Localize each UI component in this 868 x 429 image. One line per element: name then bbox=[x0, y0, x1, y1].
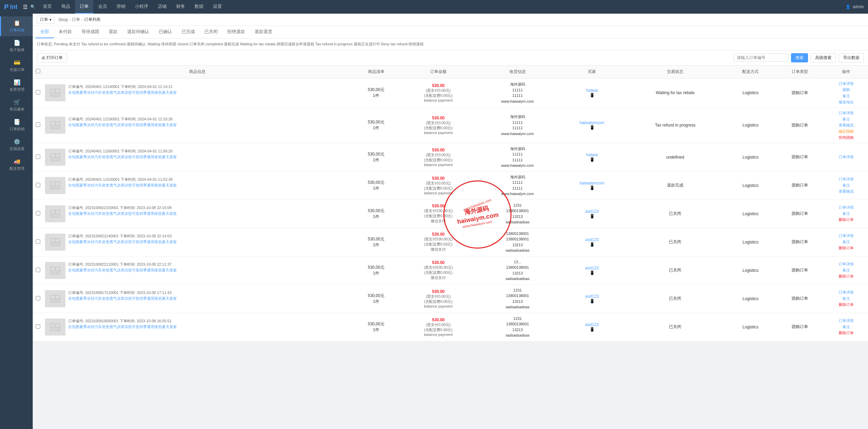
nav-finance[interactable]: 财务 bbox=[171, 0, 190, 14]
row-checkbox[interactable] bbox=[36, 296, 40, 300]
breadcrumb-orders[interactable]: 订单 bbox=[72, 17, 80, 23]
hamburger-menu-icon[interactable]: ☰ bbox=[23, 4, 28, 10]
sidebar-item-delivery[interactable]: 🚚 配送管理 bbox=[0, 155, 33, 175]
action-订单详情[interactable]: 订单详情 bbox=[827, 154, 866, 160]
admin-area[interactable]: 👤 admin bbox=[846, 4, 864, 9]
select-all-checkbox[interactable] bbox=[36, 69, 40, 73]
breadcrumb-shop[interactable]: Shop bbox=[58, 17, 68, 22]
sidebar-item-batch[interactable]: 📑 订单统销 bbox=[0, 115, 33, 135]
nav-orders[interactable]: 订单 bbox=[75, 0, 93, 14]
product-name-link[interactable]: 全包围夏季冰丝汽车坐垫透气凉席凉垫可垫四季通用座垫夏天座套 bbox=[68, 183, 349, 188]
sidebar-item-trade-settings[interactable]: ⚙️ 交易设置 bbox=[0, 135, 33, 155]
action-订单详情[interactable]: 订单详情 bbox=[827, 110, 866, 116]
row-checkbox[interactable] bbox=[36, 324, 40, 329]
buyer-name-link[interactable]: haiwai bbox=[561, 152, 623, 157]
row-checkbox[interactable] bbox=[36, 183, 40, 187]
action-删除订单[interactable]: 删除订单 bbox=[827, 330, 866, 336]
product-name-link[interactable]: 全包围夏季冰丝汽车坐垫透气凉席凉垫可垫四季通用座垫夏天座套 bbox=[68, 239, 349, 245]
action-备注[interactable]: 备注 bbox=[827, 93, 866, 99]
row-checkbox[interactable] bbox=[36, 239, 40, 244]
sidebar-item-aftersale[interactable]: 🛒 售后服务 bbox=[0, 95, 33, 115]
row-checkbox[interactable] bbox=[36, 268, 40, 272]
sidebar-item-invoice[interactable]: 📊 发票管理 bbox=[0, 76, 33, 95]
advanced-search-button[interactable]: 高级搜索 bbox=[811, 53, 836, 62]
product-name-link[interactable]: 全包围夏季冰丝汽车坐垫透气凉席凉垫可垫四季通用座垫夏天座套 bbox=[68, 296, 349, 301]
sidebar-item-recharge[interactable]: 💳 充值订单 bbox=[0, 56, 33, 76]
svg-rect-15 bbox=[51, 186, 59, 189]
action-备注[interactable]: 备注 bbox=[827, 239, 866, 245]
tab-closed[interactable]: 已关闭 bbox=[200, 26, 223, 38]
search-icon[interactable]: 🔍 bbox=[30, 4, 35, 9]
row-checkbox[interactable] bbox=[36, 154, 40, 159]
action-订单详情[interactable]: 订单详情 bbox=[827, 233, 866, 238]
goods-list-cell: 530,00元 1件 bbox=[351, 284, 401, 313]
tab-waiting-group[interactable]: 等待成团 bbox=[77, 26, 104, 38]
tab-confirmed[interactable]: 已确认 bbox=[154, 26, 177, 38]
action-确定团购[interactable]: 确定团购 bbox=[827, 129, 866, 134]
action-备注[interactable]: 备注 bbox=[827, 296, 866, 301]
print-order-button[interactable]: 🖨 打印订单 bbox=[37, 53, 67, 62]
action-查看物流[interactable]: 查看物流 bbox=[827, 123, 866, 128]
tab-refund-return[interactable]: 退款退货 bbox=[250, 26, 277, 38]
action-拒绝团购[interactable]: 拒绝团购 bbox=[827, 135, 866, 140]
nav-home[interactable]: 首页 bbox=[38, 0, 57, 14]
sidebar-item-order-list[interactable]: 📋 订单列表 bbox=[0, 16, 33, 36]
action-订单详情[interactable]: 订单详情 bbox=[827, 205, 866, 210]
nav-settings[interactable]: 设置 bbox=[208, 0, 227, 14]
order-search-input[interactable] bbox=[734, 54, 788, 62]
action-备注[interactable]: 备注 bbox=[827, 183, 866, 188]
export-button[interactable]: 导出数据 bbox=[839, 53, 864, 62]
nav-data[interactable]: 数据 bbox=[190, 0, 208, 14]
buyer-name-link[interactable]: haiwalymcom bbox=[561, 120, 623, 125]
search-button[interactable]: 搜索 bbox=[791, 53, 808, 62]
buyer-name-link[interactable]: haiwai bbox=[561, 88, 623, 93]
action-备注[interactable]: 备注 bbox=[827, 211, 866, 216]
product-name-link[interactable]: 全包围夏季冰丝汽车坐垫透气凉席凉垫可垫四季通用座垫夏天座套 bbox=[68, 90, 349, 95]
action-订单详情[interactable]: 订单详情 bbox=[827, 262, 866, 267]
sidebar-item-e-waybill[interactable]: 📄 电子面单 bbox=[0, 36, 33, 56]
tab-refund[interactable]: 退款 bbox=[104, 26, 122, 38]
action-删除订单[interactable]: 删除订单 bbox=[827, 246, 866, 251]
action-订单详情[interactable]: 订单详情 bbox=[827, 290, 866, 295]
nav-members[interactable]: 会员 bbox=[93, 0, 112, 14]
nav-miniprogram[interactable]: 小程序 bbox=[130, 0, 153, 14]
row-checkbox[interactable] bbox=[36, 211, 40, 216]
row-checkbox[interactable] bbox=[36, 122, 40, 127]
product-name-link[interactable]: 全包围夏季冰丝汽车坐垫透气凉席凉垫可垫四季通用座垫夏天座套 bbox=[68, 211, 349, 216]
tab-all[interactable]: 全部 bbox=[35, 26, 54, 38]
buyer-name-link[interactable]: asd123 bbox=[561, 322, 623, 327]
action-备注[interactable]: 备注 bbox=[827, 324, 866, 329]
tab-refund-pending[interactable]: 退款待确认 bbox=[122, 26, 154, 38]
app-logo[interactable]: P int bbox=[4, 3, 17, 11]
action-备注[interactable]: 备注 bbox=[827, 117, 866, 122]
buyer-name-link[interactable]: asd123 bbox=[561, 266, 623, 270]
row-checkbox-cell bbox=[33, 143, 43, 171]
tab-unpaid[interactable]: 未付款 bbox=[54, 26, 77, 38]
product-name-link[interactable]: 全包围夏季冰丝汽车坐垫透气凉席凉垫可垫四季通用座垫夏天座套 bbox=[68, 268, 349, 273]
product-name-link[interactable]: 全包围夏季冰丝汽车坐垫透气凉席凉垫可垫四季通用座垫夏天座套 bbox=[68, 122, 349, 128]
action-查看物流[interactable]: 查看物流 bbox=[827, 189, 866, 194]
buyer-name-link[interactable]: haiwalymcom bbox=[561, 181, 623, 186]
action-修改地址[interactable]: 修改地址 bbox=[827, 100, 866, 105]
nav-marketing[interactable]: 营销 bbox=[112, 0, 130, 14]
product-name-link[interactable]: 全包围夏季冰丝汽车坐垫透气凉席凉垫可垫四季通用座垫夏天座套 bbox=[68, 324, 349, 329]
action-团购[interactable]: 团购 bbox=[827, 87, 866, 92]
action-订单详情[interactable]: 订单详情 bbox=[827, 318, 866, 323]
dropdown-label[interactable]: 订单 ▾ bbox=[37, 16, 55, 24]
action-删除订单[interactable]: 删除订单 bbox=[827, 217, 866, 222]
buyer-name-link[interactable]: asd123 bbox=[561, 294, 623, 299]
nav-store[interactable]: 店铺 bbox=[153, 0, 171, 14]
action-备注[interactable]: 备注 bbox=[827, 268, 866, 273]
buyer-name-link[interactable]: asd123 bbox=[561, 237, 623, 242]
tab-deny-refund[interactable]: 拒绝退款 bbox=[223, 26, 250, 38]
delivery-method: Logistics bbox=[743, 211, 759, 216]
buyer-name-link[interactable]: asd123 bbox=[561, 209, 623, 214]
tab-completed[interactable]: 已完成 bbox=[177, 26, 200, 38]
action-订单详情[interactable]: 订单详情 bbox=[827, 81, 866, 86]
product-name-link[interactable]: 全包围夏季冰丝汽车坐垫透气凉席凉垫可垫四季通用座垫夏天座套 bbox=[68, 154, 349, 160]
action-删除订单[interactable]: 删除订单 bbox=[827, 302, 866, 307]
action-删除订单[interactable]: 删除订单 bbox=[827, 274, 866, 279]
row-checkbox[interactable] bbox=[36, 90, 40, 94]
action-订单详情[interactable]: 订单详情 bbox=[827, 177, 866, 182]
nav-products[interactable]: 商品 bbox=[57, 0, 75, 14]
